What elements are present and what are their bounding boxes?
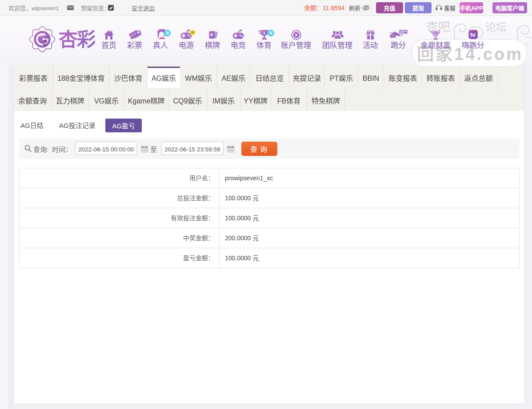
svg-text:1: 1 <box>263 30 265 35</box>
svg-text:¥: ¥ <box>295 32 297 37</box>
svg-text:hi: hi <box>470 32 476 38</box>
